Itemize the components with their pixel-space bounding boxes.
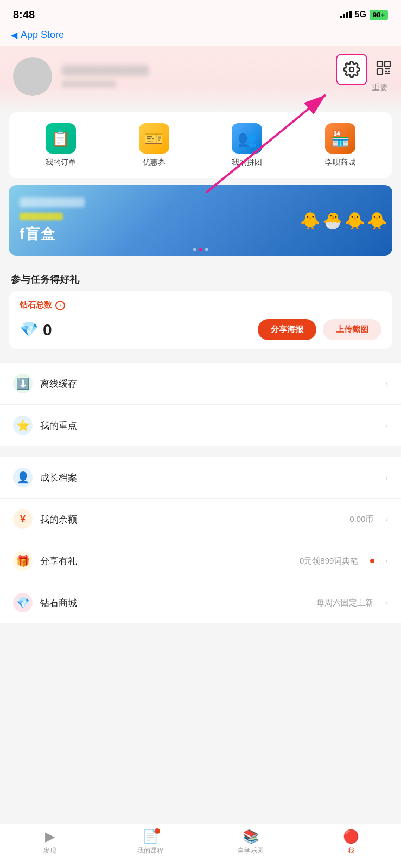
list-section-1: ⬇️ 离线缓存 › ⭐ 我的重点 › <box>0 363 401 446</box>
diamond-row: 💎 0 分享海报 上传截图 <box>20 319 381 340</box>
offline-cache-icon: ⬇️ <box>13 374 33 393</box>
share-gift-value: 0元领899词典笔 <box>300 556 358 566</box>
profile-name-blur <box>62 65 149 76</box>
my-courses-badge <box>155 828 160 834</box>
tab-bar: ▶ 发现 📄 我的课程 📚 自学乐园 🔴 我 <box>0 824 401 868</box>
banner-left: f盲盒 <box>9 189 300 252</box>
tab-discover[interactable]: ▶ 发现 <box>0 824 100 860</box>
discover-tab-label: 发现 <box>43 846 56 856</box>
balance-chevron-icon: › <box>385 515 388 524</box>
balance-value: 0.00币 <box>349 514 373 525</box>
list-item-highlights[interactable]: ⭐ 我的重点 › <box>0 405 401 446</box>
orders-icon: 📋 <box>46 123 76 154</box>
diamond-number: 0 <box>43 321 52 339</box>
profile-id-blur <box>62 80 116 88</box>
highlights-icon: ⭐ <box>13 416 33 435</box>
share-gift-chevron-icon: › <box>385 557 388 565</box>
profile-info <box>62 65 362 88</box>
coupons-icon: 🎫 <box>139 123 169 154</box>
share-gift-badge <box>370 559 374 563</box>
growth-label: 成长档案 <box>40 471 378 484</box>
banner[interactable]: f盲盒 🐥 🐣 🐥 🐥 <box>9 185 392 256</box>
growth-chevron-icon: › <box>385 473 388 482</box>
signal-icon <box>340 11 352 18</box>
banner-dots <box>193 248 208 251</box>
diamond-shop-label: 钻石商城 <box>40 597 309 609</box>
banner-blur2 <box>20 213 63 220</box>
back-arrow-icon: ◀ <box>11 30 17 40</box>
upload-screenshot-button[interactable]: 上传截图 <box>323 319 381 340</box>
status-bar: 8:48 5G 98+ <box>0 0 401 27</box>
group-label: 我的拼团 <box>232 158 262 168</box>
svg-rect-1 <box>377 61 383 67</box>
discover-tab-icon: ▶ <box>45 829 55 844</box>
diamond-gem-icon: 💎 <box>20 321 39 339</box>
tab-self-study[interactable]: 📚 自学乐园 <box>201 824 301 860</box>
task-section-title: 参与任务得好礼 <box>0 264 401 291</box>
diamond-shop-value: 每周六固定上新 <box>316 598 373 608</box>
diamond-shop-chevron-icon: › <box>385 598 388 607</box>
balance-label: 我的余额 <box>40 513 342 526</box>
diamond-actions: 分享海报 上传截图 <box>258 319 381 340</box>
status-time: 8:48 <box>13 9 35 21</box>
settings-button[interactable] <box>336 54 367 85</box>
self-study-tab-icon: 📚 <box>243 829 259 844</box>
share-gift-label: 分享有礼 <box>40 555 292 567</box>
svg-rect-2 <box>385 61 390 67</box>
offline-chevron-icon: › <box>385 379 388 388</box>
list-item-diamond-shop[interactable]: 💎 钻石商城 每周六固定上新 › <box>0 582 401 623</box>
share-gift-icon: 🎁 <box>13 551 33 571</box>
shop-icon: 🏪 <box>325 123 355 154</box>
shop-label: 学呗商城 <box>325 158 355 168</box>
list-item-growth[interactable]: 👤 成长档案 › <box>0 457 401 499</box>
banner-blur1 <box>20 197 85 207</box>
quick-item-group[interactable]: 👥 我的拼团 <box>225 123 269 168</box>
banner-text: f盲盒 <box>20 225 289 244</box>
diamond-label: 钻石总数 <box>20 300 52 310</box>
group-icon: 👥 <box>232 123 262 154</box>
quick-item-coupons[interactable]: 🎫 优惠券 <box>132 123 176 168</box>
balance-icon: ¥ <box>13 509 33 529</box>
coupons-label: 优惠券 <box>143 158 166 168</box>
share-poster-button[interactable]: 分享海报 <box>258 319 316 340</box>
scan-button[interactable] <box>375 59 392 80</box>
quick-item-shop[interactable]: 🏪 学呗商城 <box>319 123 362 168</box>
header-icons <box>336 54 392 85</box>
avatar <box>13 57 52 96</box>
highlights-chevron-icon: › <box>385 421 388 430</box>
app-store-label: App Store <box>21 29 64 41</box>
offline-cache-label: 离线缓存 <box>40 378 378 390</box>
list-section-2: 👤 成长档案 › ¥ 我的余额 0.00币 › 🎁 分享有礼 0元领899词典笔… <box>0 457 401 623</box>
diamond-chevron: › <box>55 301 65 310</box>
status-right: 5G 98+ <box>340 10 388 20</box>
diamond-header[interactable]: 钻石总数 › <box>20 300 381 310</box>
banner-right: 🐥 🐣 🐥 🐥 <box>300 211 392 230</box>
me-tab-label: 我 <box>348 846 354 856</box>
list-item-balance[interactable]: ¥ 我的余额 0.00币 › <box>0 499 401 540</box>
self-study-tab-label: 自学乐园 <box>238 846 264 856</box>
list-item-share-gift[interactable]: 🎁 分享有礼 0元领899词典笔 › <box>0 540 401 582</box>
diamond-shop-icon: 💎 <box>13 593 33 612</box>
list-item-offline[interactable]: ⬇️ 离线缓存 › <box>0 363 401 405</box>
profile-header: 重要 <box>0 46 401 112</box>
diamond-count: 💎 0 <box>20 321 52 339</box>
battery-badge: 98+ <box>370 10 388 20</box>
quick-menu: 📋 我的订单 🎫 优惠券 👥 我的拼团 🏪 学呗商城 <box>9 112 392 178</box>
highlights-label: 我的重点 <box>40 419 378 432</box>
me-tab-icon: 🔴 <box>343 829 359 844</box>
network-label: 5G <box>355 10 366 20</box>
growth-icon: 👤 <box>13 468 33 487</box>
svg-point-0 <box>349 67 354 72</box>
diamond-card: 钻石总数 › 💎 0 分享海报 上传截图 <box>9 291 392 349</box>
tab-me[interactable]: 🔴 我 <box>301 824 401 860</box>
app-store-bar[interactable]: ◀ App Store <box>0 27 401 46</box>
my-courses-tab-label: 我的课程 <box>137 846 163 856</box>
tab-my-courses[interactable]: 📄 我的课程 <box>100 824 201 860</box>
svg-rect-3 <box>377 69 383 74</box>
orders-label: 我的订单 <box>46 158 76 168</box>
quick-item-orders[interactable]: 📋 我的订单 <box>39 123 82 168</box>
